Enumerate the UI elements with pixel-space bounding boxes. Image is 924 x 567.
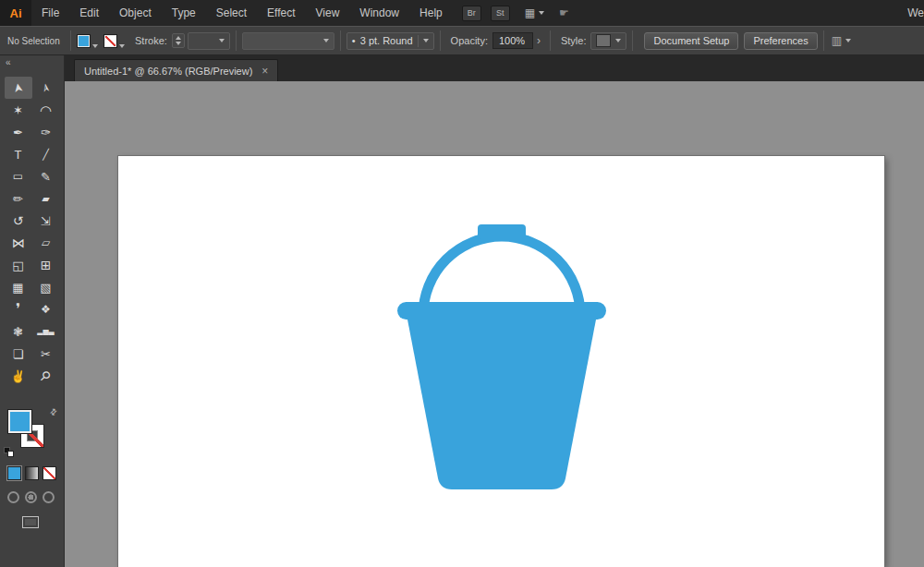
lasso-icon: ◠ — [40, 103, 52, 117]
rotate-tool[interactable]: ↺ — [5, 210, 32, 232]
slice-tool[interactable]: ✂ — [32, 343, 60, 365]
opacity-panel-arrow[interactable]: › — [533, 34, 544, 47]
direct-selection-icon: ➢ — [39, 82, 53, 94]
eyedropper-icon: ❜ — [16, 302, 20, 317]
selection-tool[interactable]: ➤ — [5, 77, 32, 99]
divider — [550, 30, 551, 51]
blend-tool[interactable]: ❖ — [32, 298, 60, 320]
menu-bar: Ai File Edit Object Type Select Effect V… — [0, 0, 924, 26]
draw-normal-button[interactable] — [7, 491, 19, 503]
gradient-mode-button[interactable] — [25, 466, 39, 480]
step-down-icon — [176, 42, 181, 45]
pen-tool[interactable]: ✒ — [5, 121, 32, 143]
arrange-documents-button[interactable]: ▦ — [525, 6, 544, 19]
screen-mode-button[interactable] — [22, 516, 39, 528]
workspace-switcher[interactable]: We — [898, 6, 924, 19]
bridge-button[interactable]: Br — [462, 6, 481, 21]
free-transform-tool[interactable]: ▱ — [32, 232, 60, 254]
artboard-tool[interactable]: ❏ — [5, 343, 32, 365]
perspective-grid-tool[interactable]: ⊞ — [32, 254, 60, 276]
menu-file[interactable]: File — [31, 0, 69, 26]
bucket-body[interactable] — [407, 320, 596, 489]
pen-icon: ✒ — [13, 127, 23, 139]
symbol-sprayer-tool[interactable]: ❃ — [5, 320, 32, 343]
menu-effect[interactable]: Effect — [257, 0, 305, 26]
line-segment-tool[interactable]: ╱ — [32, 143, 60, 165]
opacity-field[interactable]: 100% — [492, 32, 533, 49]
curvature-tool[interactable]: ✑ — [32, 121, 60, 143]
chevron-down-icon — [845, 39, 851, 42]
style-dropdown[interactable] — [590, 32, 626, 50]
width-tool[interactable]: ⋈ — [5, 232, 32, 254]
type-tool[interactable]: T — [5, 143, 32, 165]
preferences-button[interactable]: Preferences — [744, 32, 817, 50]
draw-behind-button[interactable] — [25, 491, 37, 503]
document-tab[interactable]: Untitled-1* @ 66.67% (RGB/Preview) × — [74, 59, 278, 81]
type-icon: T — [15, 149, 22, 161]
variable-width-profile-dropdown[interactable] — [242, 32, 334, 50]
draw-inside-button[interactable] — [43, 491, 55, 503]
chevron-down-icon — [323, 39, 329, 42]
close-tab-icon[interactable]: × — [261, 65, 268, 78]
document-tab-bar: Untitled-1* @ 66.67% (RGB/Preview) × — [65, 55, 924, 81]
color-mode-button[interactable] — [7, 466, 21, 480]
stroke-color-picker[interactable] — [103, 34, 125, 48]
brush-definition-dropdown[interactable]: • 3 pt. Round — [346, 32, 434, 50]
curvature-icon: ✑ — [41, 127, 51, 139]
lasso-tool[interactable]: ◠ — [32, 99, 60, 121]
divider — [440, 30, 441, 51]
paintbrush-tool[interactable]: ✎ — [32, 165, 60, 187]
document-setup-button[interactable]: Document Setup — [644, 32, 738, 50]
chevron-down-icon — [615, 39, 621, 42]
menu-select[interactable]: Select — [206, 0, 257, 26]
fill-indicator-swatch[interactable] — [7, 409, 32, 434]
mesh-tool[interactable]: ▦ — [5, 276, 32, 298]
stroke-weight-dropdown[interactable] — [188, 32, 230, 50]
direct-selection-tool[interactable]: ➢ — [32, 77, 60, 99]
scale-tool[interactable]: ⇲ — [32, 210, 60, 232]
menu-view[interactable]: View — [306, 0, 350, 26]
canvas-pasteboard[interactable] — [65, 81, 924, 567]
hand-tool[interactable]: ✌ — [5, 365, 32, 387]
rectangle-tool[interactable]: ▭ — [5, 165, 32, 187]
align-options-button[interactable]: ▥ — [832, 34, 851, 47]
menu-window[interactable]: Window — [349, 0, 409, 26]
divider — [236, 30, 237, 51]
fill-color-picker[interactable] — [77, 34, 98, 48]
chevron-down-icon — [119, 44, 125, 48]
menu-object[interactable]: Object — [109, 0, 162, 26]
share-button[interactable]: ☛ — [559, 6, 569, 19]
none-mode-button[interactable] — [43, 466, 56, 480]
zoom-icon: ⚲ — [38, 368, 54, 383]
bucket-artwork[interactable] — [118, 156, 884, 567]
collapse-panel-button[interactable]: « — [0, 55, 64, 67]
menu-type[interactable]: Type — [162, 0, 206, 26]
mesh-icon: ▦ — [12, 282, 23, 294]
eraser-tool[interactable]: ▰ — [32, 187, 60, 210]
default-fill-stroke-icon[interactable] — [4, 447, 14, 457]
menu-edit[interactable]: Edit — [69, 0, 109, 26]
column-graph-icon: ▂▅▃ — [37, 328, 54, 335]
artboard[interactable] — [118, 156, 884, 567]
bucket-handle-grip[interactable] — [478, 224, 526, 239]
magic-wand-tool[interactable]: ✶ — [5, 99, 32, 121]
stroke-weight-stepper[interactable] — [172, 33, 185, 48]
gradient-tool[interactable]: ▧ — [32, 276, 60, 298]
pencil-tool[interactable]: ✏ — [5, 187, 32, 210]
fill-color-swatch[interactable] — [77, 34, 91, 48]
eyedropper-tool[interactable]: ❜ — [5, 298, 32, 320]
column-graph-tool[interactable]: ▂▅▃ — [32, 320, 60, 343]
slice-icon: ✂ — [41, 348, 51, 360]
stock-button[interactable]: St — [491, 6, 510, 21]
default-fill-mini — [7, 451, 14, 457]
swap-fill-stroke-icon[interactable]: ⇄ — [48, 406, 59, 417]
align-icon: ▥ — [832, 34, 842, 47]
brush-value: 3 pt. Round — [360, 35, 413, 46]
shape-builder-tool[interactable]: ◱ — [5, 254, 32, 276]
stroke-none-swatch[interactable] — [103, 34, 117, 48]
bucket-rim[interactable] — [397, 302, 606, 320]
menu-help[interactable]: Help — [409, 0, 453, 26]
magic-wand-icon: ✶ — [13, 104, 23, 116]
zoom-tool[interactable]: ⚲ — [32, 365, 60, 387]
free-transform-icon: ▱ — [42, 237, 50, 248]
